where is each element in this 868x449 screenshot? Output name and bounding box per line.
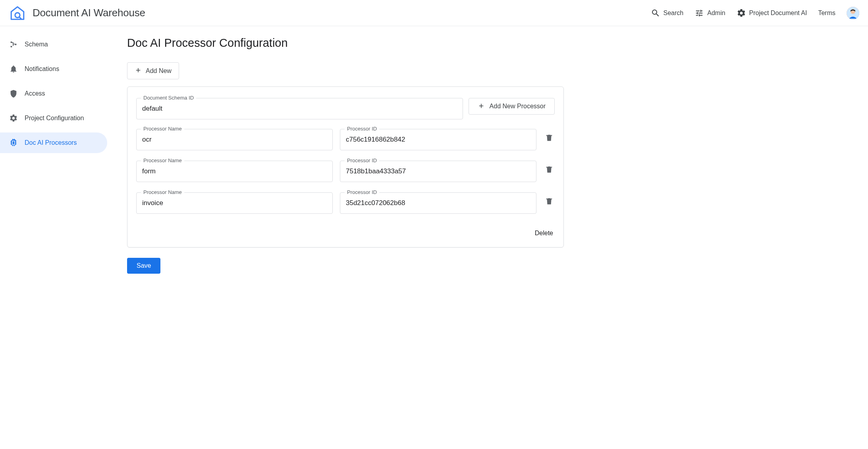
sidebar-item-project-config[interactable]: Project Configuration: [0, 108, 107, 129]
schema-id-field: Document Schema ID: [136, 98, 463, 119]
gear-icon: [9, 113, 18, 123]
main-content: Doc AI Processor Configuration Add New D…: [107, 26, 584, 290]
add-new-processor-button[interactable]: Add New Processor: [469, 98, 555, 115]
plus-icon: [135, 67, 142, 75]
page-title: Doc AI Processor Configuration: [127, 36, 564, 50]
app-header: Document AI Warehouse Search Admin Proje…: [0, 0, 868, 26]
sidebar: Schema Notifications Access Project Conf…: [0, 26, 107, 290]
sidebar-item-label: Project Configuration: [25, 115, 84, 122]
processor-id-label: Processor ID: [345, 157, 379, 163]
terms-label: Terms: [818, 10, 835, 17]
plus-icon: [478, 102, 485, 111]
processor-name-input[interactable]: [136, 192, 333, 214]
sidebar-item-notifications[interactable]: Notifications: [0, 59, 107, 79]
header-right: Search Admin Project Document AI Terms: [651, 7, 859, 19]
processor-id-label: Processor ID: [345, 189, 379, 195]
sidebar-item-label: Access: [25, 90, 45, 97]
search-icon: [651, 8, 660, 18]
schema-id-input[interactable]: [136, 98, 463, 119]
sidebar-item-access[interactable]: Access: [0, 83, 107, 104]
processor-config-card: Document Schema ID Add New Processor Pro…: [127, 86, 564, 248]
bell-icon: [9, 64, 18, 74]
add-new-label: Add New: [146, 67, 172, 75]
add-new-processor-label: Add New Processor: [490, 103, 546, 110]
user-avatar[interactable]: [847, 7, 859, 19]
admin-label: Admin: [707, 10, 725, 17]
delete-button[interactable]: Delete: [533, 226, 555, 240]
app-logo-icon: [9, 4, 26, 22]
processor-id-input[interactable]: [340, 129, 536, 150]
processor-row: Processor Name Processor ID: [136, 192, 555, 214]
processor-id-label: Processor ID: [345, 126, 379, 132]
project-label: Project Document AI: [749, 10, 807, 17]
app-title: Document AI Warehouse: [33, 7, 145, 19]
search-button[interactable]: Search: [651, 8, 684, 18]
processor-name-label: Processor Name: [141, 126, 184, 132]
trash-icon[interactable]: [544, 132, 555, 143]
shield-icon: [9, 89, 18, 98]
project-button[interactable]: Project Document AI: [737, 8, 807, 18]
processor-id-field: Processor ID: [340, 161, 536, 182]
sidebar-item-schema[interactable]: Schema: [0, 34, 107, 55]
processor-row: Processor Name Processor ID: [136, 129, 555, 150]
terms-link[interactable]: Terms: [818, 10, 835, 17]
save-button[interactable]: Save: [127, 258, 160, 274]
schema-icon: [9, 40, 18, 49]
processor-name-field: Processor Name: [136, 129, 333, 150]
processor-name-label: Processor Name: [141, 189, 184, 195]
processor-name-input[interactable]: [136, 129, 333, 150]
processor-id-field: Processor ID: [340, 192, 536, 214]
processor-name-input[interactable]: [136, 161, 333, 182]
processor-id-input[interactable]: [340, 192, 536, 214]
add-new-button[interactable]: Add New: [127, 62, 179, 79]
processor-id-field: Processor ID: [340, 129, 536, 150]
processor-name-label: Processor Name: [141, 157, 184, 163]
card-footer: Delete: [136, 226, 555, 240]
processor-row: Processor Name Processor ID: [136, 161, 555, 182]
admin-button[interactable]: Admin: [694, 8, 725, 18]
search-label: Search: [664, 10, 684, 17]
processor-icon: [9, 138, 18, 148]
sidebar-item-label: Schema: [25, 41, 48, 48]
processor-name-field: Processor Name: [136, 192, 333, 214]
header-left: Document AI Warehouse: [9, 4, 145, 22]
sidebar-item-doc-ai-processors[interactable]: Doc AI Processors: [0, 132, 107, 153]
trash-icon[interactable]: [544, 196, 555, 207]
gear-icon: [737, 8, 746, 18]
schema-row: Document Schema ID Add New Processor: [136, 98, 555, 119]
tune-icon: [694, 8, 704, 18]
processor-id-input[interactable]: [340, 161, 536, 182]
processor-name-field: Processor Name: [136, 161, 333, 182]
sidebar-item-label: Notifications: [25, 65, 59, 73]
trash-icon[interactable]: [544, 164, 555, 175]
sidebar-item-label: Doc AI Processors: [25, 139, 77, 146]
schema-id-label: Document Schema ID: [141, 95, 196, 101]
svg-line-1: [19, 17, 21, 19]
